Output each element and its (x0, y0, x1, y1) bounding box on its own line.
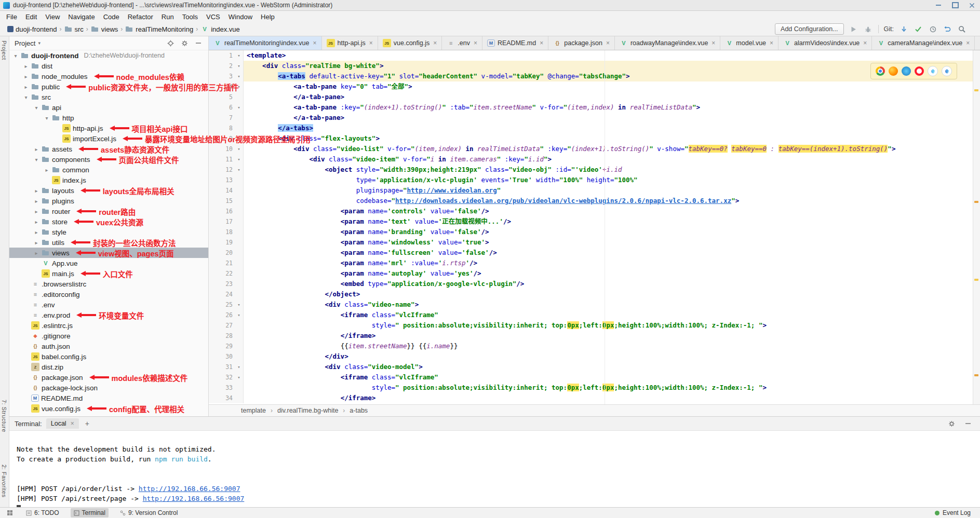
tab-close-icon[interactable]: × (474, 39, 477, 47)
expand-arrow-icon[interactable]: ▾ (33, 157, 39, 162)
code-line[interactable]: 12▾ <object style="width:390px;height:21… (209, 165, 980, 175)
breadcrumb-item[interactable]: realTimeMonitoring (136, 25, 193, 33)
version-control-toolwindow-button[interactable]: 9: Version Control (117, 508, 181, 517)
code-line[interactable]: 32▾ <iframe class="vlcIframe" (209, 372, 980, 383)
hide-panel-icon[interactable] (194, 38, 203, 48)
code-line[interactable]: 15 codebase="http://downloads.videolan.o… (209, 196, 980, 206)
code-line[interactable]: 18 <param name='branding' value='false'/… (209, 227, 980, 237)
tree-row[interactable]: JSimportExcel.js暴露环境变量地址给图片or视频资源路径全局引用 (9, 133, 208, 144)
debug-bug-icon[interactable] (864, 24, 873, 34)
code-line[interactable]: 7 </a-tab-pane> (209, 113, 980, 123)
code-line[interactable]: 27 style=" position:absolute;visibility:… (209, 320, 980, 331)
expand-arrow-icon[interactable]: ▸ (33, 250, 39, 256)
new-terminal-icon[interactable]: + (83, 419, 91, 428)
expand-arrow-icon[interactable]: ▸ (33, 198, 39, 204)
code-line[interactable]: 17 <param name='text' value='正在加载视频中...'… (209, 216, 980, 227)
tree-row[interactable]: ▸storevuex公共资源 (9, 216, 208, 227)
editor-tab[interactable]: Vmodel.vue× (720, 36, 778, 50)
tab-close-icon[interactable]: × (540, 39, 543, 47)
menu-run[interactable]: Run (157, 12, 178, 22)
breadcrumb-item[interactable]: src (75, 25, 84, 33)
menu-help[interactable]: Help (257, 12, 279, 22)
menu-code[interactable]: Code (99, 12, 124, 22)
terminal-toolwindow-button[interactable]: Terminal (71, 508, 109, 517)
editor-breadcrumb-item[interactable]: template (240, 407, 267, 414)
expand-arrow-icon[interactable]: ▸ (33, 240, 39, 246)
code-line[interactable]: 8 </a-tabs> (209, 123, 980, 133)
code-line[interactable]: 33 style=" position:absolute;visibility:… (209, 383, 980, 393)
chrome-icon[interactable] (876, 66, 885, 76)
close-icon[interactable]: × (71, 420, 74, 427)
ie-icon[interactable]: e (928, 66, 938, 76)
tree-row[interactable]: ≡.editorconfig (9, 289, 208, 299)
editor-breadcrumb-item[interactable]: div.realTime.bg-white (276, 407, 339, 414)
tree-row[interactable]: ◆.gitignore (9, 331, 208, 341)
expand-arrow-icon[interactable]: ▸ (33, 209, 39, 214)
code-line[interactable]: 5 </a-tab-pane> (209, 92, 980, 102)
tab-close-icon[interactable]: × (711, 39, 715, 47)
tree-row[interactable]: JSindex.js (9, 175, 208, 185)
tree-row[interactable]: ▾components页面公共组件文件 (9, 154, 208, 165)
terminal-output[interactable]: Note that the development build is not o… (9, 431, 980, 507)
tree-row[interactable]: ▸common (9, 165, 208, 175)
tab-close-icon[interactable]: × (369, 39, 373, 47)
git-update-icon[interactable] (899, 24, 908, 34)
tree-row[interactable]: ▸publicpublic资源文件夹，一般放引用的第三方插件 (9, 81, 208, 92)
code-line[interactable]: 31▾ <div class="video-model"> (209, 362, 980, 372)
tree-row[interactable]: ▾http (9, 113, 208, 123)
warning-stripe-mark[interactable] (974, 89, 978, 91)
tree-row[interactable]: VApp.vue (9, 258, 208, 268)
fold-icon[interactable]: ▾ (235, 61, 244, 71)
tab-close-icon[interactable]: × (966, 39, 970, 47)
code-line[interactable]: 28 </iframe> (209, 331, 980, 341)
code-line[interactable]: 1▾<template> (209, 50, 980, 61)
tree-row[interactable]: JSbabel.config.js (9, 351, 208, 362)
warning-stripe-mark[interactable] (974, 201, 978, 203)
code-line[interactable]: 20 <param name='fullscreen' value='false… (209, 248, 980, 258)
expand-arrow-icon[interactable]: ▸ (44, 167, 50, 173)
editor-tab[interactable]: VroadwayManage\index.vue× (615, 36, 720, 50)
warning-stripe-mark[interactable] (974, 279, 978, 281)
code-line[interactable]: 25▾ <div class="video-name"> (209, 299, 980, 310)
code-line[interactable]: 13 type='application/x-vlc-plugin' event… (209, 175, 980, 185)
code-line[interactable]: 2▾ <div class="realTime bg-white"> (209, 61, 980, 71)
tree-row[interactable]: ≡.browserslistrc (9, 279, 208, 289)
edge-icon[interactable]: e (942, 66, 952, 76)
safari-icon[interactable] (902, 66, 911, 76)
add-configuration-button[interactable]: Add Configuration... (775, 23, 844, 35)
terminal-tab-local[interactable]: Local × (46, 418, 79, 429)
revert-icon[interactable] (943, 24, 952, 34)
warning-stripe-mark[interactable] (974, 374, 978, 376)
editor-scrollbar[interactable] (973, 50, 980, 404)
tree-row[interactable]: {}auth.json (9, 341, 208, 351)
code-line[interactable]: 9▾ <div class="flex-layouts"> (209, 133, 980, 144)
code-line[interactable]: 4▾ <a-tab-pane key="0" tab="全部"> (209, 81, 980, 92)
terminal-link[interactable]: http://192.168.66.56:9007 (143, 495, 245, 502)
tree-row[interactable]: ▸assetsassets静态资源文件 (9, 144, 208, 154)
tab-close-icon[interactable]: × (863, 39, 867, 47)
fold-icon[interactable]: ▾ (235, 102, 244, 113)
tree-row[interactable]: ▸node_modulesnode_modules依赖 (9, 71, 208, 81)
menu-navigate[interactable]: Navigate (64, 12, 99, 22)
event-log-button[interactable]: Event Log (935, 509, 975, 516)
fold-icon[interactable]: ▾ (235, 154, 244, 165)
fold-icon[interactable]: ▾ (235, 310, 244, 320)
search-icon[interactable] (957, 24, 966, 34)
project-panel-title[interactable]: Project (15, 39, 35, 47)
expand-arrow-icon[interactable]: ▸ (23, 74, 29, 79)
tree-row[interactable]: {}package-lock.json (9, 383, 208, 393)
tree-row[interactable]: ▸viewsview视图、pages页面 (9, 248, 208, 258)
tool-stripe-project[interactable]: Project (1, 40, 7, 60)
menu-edit[interactable]: Edit (21, 12, 41, 22)
minimize-icon[interactable] (930, 1, 947, 10)
expand-arrow-icon[interactable]: ▾ (12, 53, 19, 59)
expand-arrow-icon[interactable]: ▸ (33, 229, 39, 235)
code-line[interactable]: 34 </iframe> (209, 393, 980, 403)
maximize-icon[interactable] (947, 1, 963, 10)
tree-row[interactable]: ▸plugins (9, 196, 208, 206)
breadcrumb-item[interactable]: views (101, 25, 118, 33)
tree-row[interactable]: JShttp-api.js项目相关api接口 (9, 123, 208, 133)
breadcrumb-item[interactable]: index.vue (211, 25, 240, 33)
history-icon[interactable] (928, 24, 937, 34)
editor-tab[interactable]: VcameraManage\index.vue× (872, 36, 975, 50)
